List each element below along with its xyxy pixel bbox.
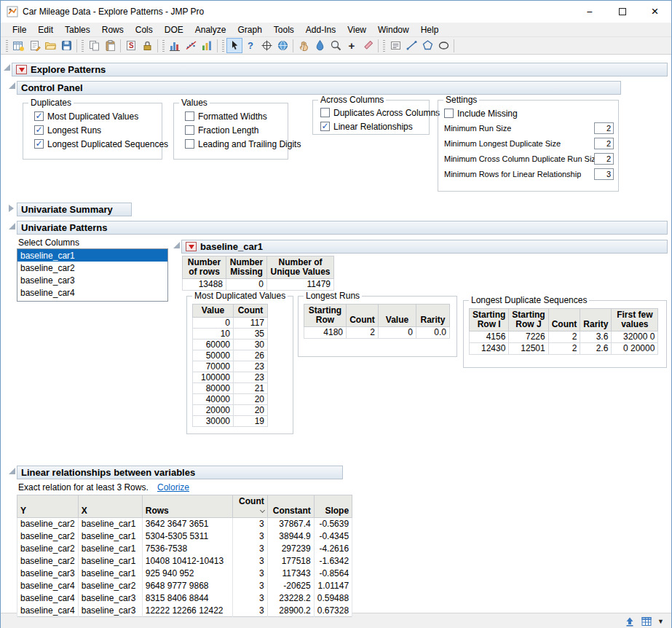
toolbar-grip[interactable] xyxy=(383,40,385,52)
globe-icon[interactable] xyxy=(274,38,290,53)
menu-tools[interactable]: Tools xyxy=(268,23,300,37)
menu-doe[interactable]: DOE xyxy=(159,23,189,37)
table-row: 13488 0 11479 xyxy=(183,279,334,291)
table-cell: 5304-5305 5311 xyxy=(142,530,232,543)
colorize-link[interactable]: Colorize xyxy=(157,482,189,492)
menu-file[interactable]: File xyxy=(7,23,32,37)
list-item-baseline-car4[interactable]: baseline_car4 xyxy=(17,286,167,299)
longest-duplicate-sequences-table: Starting Row I Starting Row J Count Rari… xyxy=(469,308,658,355)
red-triangle-menu[interactable] xyxy=(16,65,27,74)
linear-relationships-checkbox[interactable] xyxy=(320,122,330,131)
most-duplicated-values-checkbox[interactable] xyxy=(34,111,44,121)
duplicates-across-columns-checkbox[interactable] xyxy=(320,108,330,117)
jmp-window: Car Mileage Data - Explore Patterns - JM… xyxy=(0,0,672,628)
menu-edit[interactable]: Edit xyxy=(32,23,59,37)
new-data-table-icon[interactable] xyxy=(10,38,26,53)
scroll-to-top-icon[interactable] xyxy=(624,616,636,627)
minimum-rows-linear-relationship-input[interactable] xyxy=(594,168,614,180)
option-row: Most Duplicated Values xyxy=(28,109,157,123)
list-item-baseline-car2[interactable]: baseline_car2 xyxy=(17,262,167,274)
grabber-hand-icon[interactable] xyxy=(296,38,312,53)
distribution-icon[interactable] xyxy=(167,38,183,53)
univariate-summary-header[interactable]: Univariate Summary xyxy=(17,203,132,216)
toolbar-grip[interactable] xyxy=(6,40,8,52)
open-icon[interactable] xyxy=(42,38,58,53)
menu-graph[interactable]: Graph xyxy=(232,23,267,37)
menu-addins[interactable]: Add-Ins xyxy=(300,23,341,37)
lock-icon[interactable] xyxy=(139,38,155,53)
minimum-cross-column-duplicate-run-size-input[interactable] xyxy=(594,153,614,165)
disclosure-triangle[interactable] xyxy=(9,468,15,474)
fraction-length-checkbox[interactable] xyxy=(185,125,194,135)
minimize-button[interactable]: − xyxy=(573,1,606,23)
table-cell: 3.6 xyxy=(580,331,612,343)
maximize-button[interactable] xyxy=(606,1,639,23)
option-row: Longest Duplicated Sequences xyxy=(28,137,157,151)
annotate-oval-icon[interactable] xyxy=(435,38,451,53)
include-missing-checkbox[interactable] xyxy=(444,109,454,118)
formatted-widths-checkbox[interactable] xyxy=(185,111,194,121)
univariate-patterns-header[interactable]: Univariate Patterns xyxy=(17,221,668,235)
script-icon[interactable]: S xyxy=(123,38,139,53)
graph-builder-icon[interactable] xyxy=(199,38,215,53)
table-row: baseline_car4baseline_car312222 12266 12… xyxy=(17,605,352,617)
table-cell: baseline_car4 xyxy=(17,580,79,592)
dropdown-arrow-icon[interactable]: ▼ xyxy=(657,618,664,625)
annotate-line-icon[interactable] xyxy=(403,38,419,53)
table-cell: 0 20000 xyxy=(612,343,658,355)
disclosure-triangle[interactable] xyxy=(9,223,15,229)
magnifier-icon[interactable] xyxy=(328,38,344,53)
table-cell: 30 xyxy=(234,339,268,350)
disclosure-triangle[interactable] xyxy=(9,205,14,212)
leading-trailing-digits-checkbox[interactable] xyxy=(185,139,194,149)
brush-icon[interactable] xyxy=(312,38,328,53)
longest-runs-checkbox[interactable] xyxy=(34,125,44,135)
list-item-baseline-car3[interactable]: baseline_car3 xyxy=(17,274,167,286)
paste-icon[interactable] xyxy=(102,38,118,53)
new-journal-icon[interactable] xyxy=(26,38,42,53)
explore-patterns-header[interactable]: Explore Patterns xyxy=(12,63,668,76)
menu-analyze[interactable]: Analyze xyxy=(189,23,232,37)
minimum-longest-duplicate-size-input[interactable] xyxy=(594,138,614,149)
data-table-window-icon[interactable] xyxy=(641,616,652,627)
toolbar-separator xyxy=(293,39,293,52)
linear-relationships-header[interactable]: Linear relationships between variables xyxy=(17,466,343,479)
jmp-app-icon[interactable] xyxy=(7,6,18,17)
zoom-in-icon[interactable]: + xyxy=(344,38,360,53)
menu-window[interactable]: Window xyxy=(372,23,415,37)
minimum-run-size-input[interactable] xyxy=(594,122,614,134)
baseline-car1-header[interactable]: baseline_car1 xyxy=(181,240,668,254)
toolbar-separator xyxy=(157,39,158,52)
toolbar-grip[interactable] xyxy=(222,40,224,52)
annotate-polygon-icon[interactable] xyxy=(419,38,435,53)
summary-stats-table: Number of rows Number Missing Number of … xyxy=(182,256,334,291)
save-icon[interactable] xyxy=(58,38,74,53)
close-button[interactable]: × xyxy=(639,1,671,23)
list-item-baseline-car1[interactable]: baseline_car1 xyxy=(17,249,167,262)
col-header-count-sort[interactable]: Count xyxy=(232,495,267,518)
table-row: 12430 12501 2 2.6 0 20000 xyxy=(470,343,658,355)
copy-icon[interactable] xyxy=(86,38,102,53)
eraser-icon[interactable] xyxy=(360,38,376,53)
crosshair-icon[interactable] xyxy=(258,38,274,53)
menu-help[interactable]: Help xyxy=(415,23,445,37)
red-triangle-menu[interactable] xyxy=(186,242,197,251)
disclosure-triangle[interactable] xyxy=(9,82,15,89)
longest-duplicated-sequences-checkbox[interactable] xyxy=(34,139,44,149)
control-panel-header[interactable]: Control Panel xyxy=(17,81,621,95)
menu-tables[interactable]: Tables xyxy=(59,23,96,37)
annotate-text-icon[interactable] xyxy=(387,38,403,53)
menu-cols[interactable]: Cols xyxy=(130,23,159,37)
menu-rows[interactable]: Rows xyxy=(96,23,130,37)
duplicates-group: Duplicates Most Duplicated Values Longes… xyxy=(23,103,162,160)
table-row: baseline_car3baseline_car1925 940 952311… xyxy=(17,568,352,580)
menu-view[interactable]: View xyxy=(341,23,372,37)
disclosure-triangle[interactable] xyxy=(173,242,180,248)
arrow-cursor-icon[interactable] xyxy=(226,38,242,53)
toolbar-grip[interactable] xyxy=(162,40,165,52)
fit-y-by-x-icon[interactable] xyxy=(183,38,199,53)
disclosure-triangle[interactable] xyxy=(4,64,10,71)
toolbar-grip[interactable] xyxy=(82,40,84,52)
select-columns-label: Select Columns xyxy=(18,238,79,248)
help-icon[interactable]: ? xyxy=(242,38,258,53)
